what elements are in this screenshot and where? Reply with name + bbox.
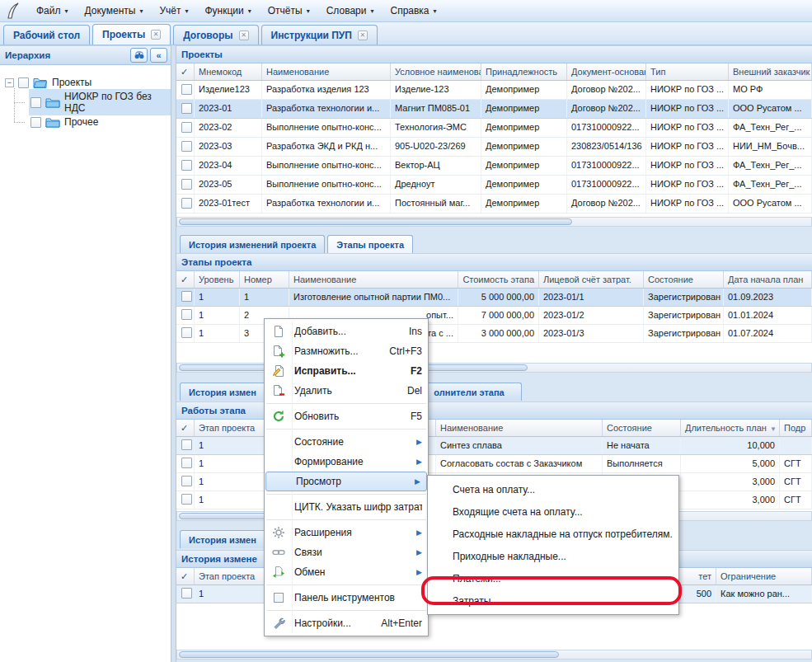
row-checkbox[interactable] [176, 289, 195, 306]
menu-item-exchange[interactable]: Обмен▶ [265, 562, 428, 582]
checkbox-icon[interactable] [18, 77, 29, 88]
row-checkbox[interactable] [176, 437, 195, 454]
menu-item-delete[interactable]: УдалитьDel [265, 381, 428, 401]
column-header[interactable]: Уровень [195, 271, 240, 288]
menu-item-view[interactable]: Просмотр▶ [265, 472, 427, 491]
menu-item-costs[interactable]: Затраты... [428, 589, 678, 612]
column-header[interactable]: Принадлежность [481, 63, 567, 80]
column-header[interactable]: Стоимость этапа [458, 271, 539, 288]
checkbox-icon[interactable] [181, 476, 192, 486]
close-icon[interactable]: ✕ [358, 31, 368, 40]
column-header[interactable]: ✓ [176, 420, 195, 436]
checkbox-icon[interactable] [181, 122, 192, 133]
menu-item-duplicate[interactable]: Размножить...Ctrl+F3 [265, 341, 428, 361]
checkbox-icon[interactable] [181, 439, 192, 450]
checkbox-icon[interactable] [181, 179, 192, 190]
menubar-item-file[interactable]: Файл▾ [28, 2, 77, 19]
checkbox-icon[interactable] [31, 97, 41, 108]
table-row[interactable]: 2023-03Разработка ЭКД и РКД н...905-U020… [176, 138, 812, 157]
checkbox-icon[interactable] [181, 198, 192, 209]
menubar-item-help[interactable]: Справка▾ [382, 2, 444, 19]
row-checkbox[interactable] [176, 157, 195, 175]
checkbox-icon[interactable] [181, 494, 192, 505]
row-checkbox[interactable] [176, 473, 195, 491]
tab-project-stages[interactable]: Этапы проекта [327, 235, 413, 253]
checkbox-icon[interactable] [181, 291, 192, 302]
table-row[interactable]: 2023-02Выполнение опытно-конс...Технолог… [176, 119, 812, 138]
scrollbar-thumb[interactable] [179, 651, 559, 658]
column-header[interactable]: ✓ [176, 271, 195, 288]
menu-item-add[interactable]: Добавить...Ins [265, 322, 428, 341]
tab-desktop[interactable]: Рабочий стол [3, 25, 90, 45]
row-checkbox[interactable] [176, 491, 195, 509]
menubar-item-reports[interactable]: Отчёты▾ [260, 2, 318, 19]
row-checkbox[interactable] [176, 138, 195, 156]
tree-item-niokr[interactable]: НИОКР по ГОЗ без НДС [14, 92, 171, 112]
collapse-icon[interactable]: − [5, 78, 14, 87]
checkbox-icon[interactable] [181, 309, 192, 320]
menubar-item-documents[interactable]: Документы▾ [77, 2, 152, 19]
column-header[interactable]: Ограничение [716, 568, 812, 585]
row-checkbox[interactable] [176, 307, 195, 324]
row-checkbox[interactable] [176, 100, 195, 118]
tab-project-history[interactable]: История изменений проекта [180, 235, 325, 253]
column-header[interactable]: Наименование [436, 420, 603, 436]
table-row[interactable]: 2023-01Разработка технологии и...Магнит … [176, 100, 812, 119]
column-header[interactable]: Подр [780, 420, 812, 436]
close-icon[interactable]: ✕ [151, 30, 161, 40]
row-checkbox[interactable] [176, 176, 195, 194]
row-checkbox[interactable] [176, 455, 195, 472]
column-header[interactable]: Мнемокод [195, 63, 262, 80]
checkbox-icon[interactable] [181, 458, 192, 468]
column-header[interactable]: Тип [646, 63, 729, 80]
close-icon[interactable]: ✕ [239, 31, 249, 40]
menubar-item-functions[interactable]: Функции▾ [196, 2, 259, 19]
column-header[interactable]: Наименование [262, 63, 391, 80]
checkbox-icon[interactable] [181, 141, 192, 152]
menu-item-edit[interactable]: Исправить...F2 [265, 361, 428, 381]
table-row[interactable]: 11Изготовление опытной партии ПМ0...5 00… [176, 289, 812, 307]
column-header[interactable]: Номер [240, 271, 289, 288]
tab-stage-executors[interactable]: олнители этапа [416, 383, 522, 401]
menu-item-state[interactable]: Состояние▶ [265, 432, 428, 452]
horizontal-scrollbar[interactable] [176, 650, 812, 660]
menubar-item-accounting[interactable]: Учёт▾ [151, 2, 196, 19]
menu-item-invoices[interactable]: Счета на оплату... [428, 478, 678, 500]
horizontal-scrollbar[interactable] [176, 217, 812, 227]
menu-item-outgoing-waybills[interactable]: Расходные накладные на отпуск потребител… [428, 523, 678, 545]
tab-contracts[interactable]: Договоры✕ [173, 25, 258, 45]
column-header[interactable]: ✓ [176, 568, 195, 585]
scrollbar-thumb[interactable] [179, 218, 572, 225]
column-header[interactable]: Дата начала план [724, 271, 812, 288]
column-header[interactable]: Длительность план▼ [681, 420, 780, 436]
menu-item-toolbar-panel[interactable]: Панель инструментов [265, 588, 428, 608]
table-row[interactable]: 2023-01тестРазработка технологии и...Пос… [176, 195, 812, 214]
row-checkbox[interactable] [176, 119, 195, 137]
menu-item-incoming-invoices[interactable]: Входящие счета на оплату... [428, 500, 678, 523]
column-header[interactable]: Документ-основан [567, 63, 646, 80]
row-checkbox[interactable] [176, 195, 195, 213]
column-header[interactable]: ✓ [176, 63, 195, 80]
menu-item-settings[interactable]: Настройки...Alt+Enter [265, 613, 428, 633]
row-checkbox[interactable] [176, 81, 195, 99]
tab-projects[interactable]: Проекты✕ [92, 24, 171, 45]
menu-item-extensions[interactable]: Расширения▶ [265, 523, 428, 542]
menubar-item-dictionaries[interactable]: Словари▾ [318, 2, 383, 19]
search-icon[interactable] [130, 48, 148, 63]
row-checkbox[interactable] [176, 325, 195, 342]
table-row[interactable]: 2023-04Выполнение опытно-конс...Вектор-А… [176, 157, 812, 176]
column-header[interactable]: Состояние [603, 420, 681, 436]
row-checkbox[interactable] [176, 585, 195, 603]
checkbox-icon[interactable] [31, 117, 41, 128]
tab-instructions[interactable]: Инструкции ПУП✕ [261, 25, 378, 45]
column-header[interactable]: Внешний заказчик [729, 63, 812, 80]
table-row[interactable]: Изделие123Разработка изделия 123Изделие-… [176, 81, 812, 100]
table-row[interactable]: 2023-05Выполнение опытно-конс...Дредноут… [176, 176, 812, 195]
menu-item-payments[interactable]: Платежи... [428, 567, 678, 589]
column-header[interactable]: Лицевой счёт затрат. [539, 271, 644, 288]
column-header[interactable]: Условное наименова [391, 63, 481, 80]
checkbox-icon[interactable] [181, 160, 192, 171]
menu-item-formation[interactable]: Формирование▶ [265, 452, 428, 472]
column-header[interactable]: Состояние [644, 271, 724, 288]
checkbox-icon[interactable] [181, 103, 192, 114]
